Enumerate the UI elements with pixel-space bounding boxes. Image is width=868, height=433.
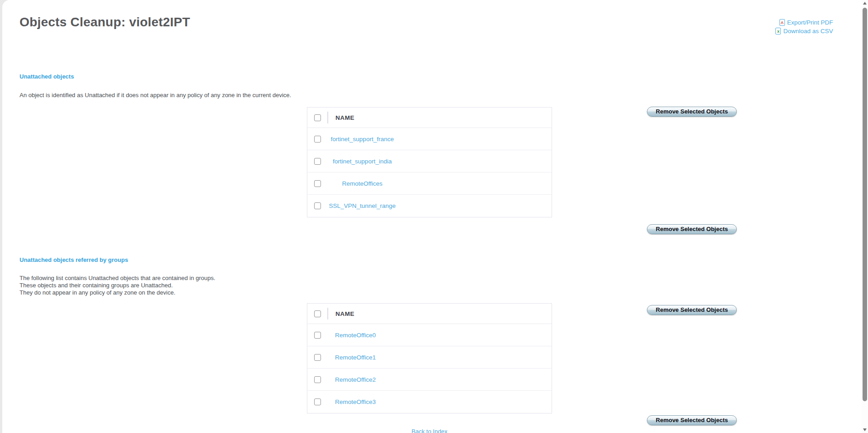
row-checkbox[interactable] [314,158,321,165]
select-all-checkbox[interactable] [314,310,321,317]
footer: Back to Index [307,427,552,433]
table-row: SSL_VPN_tunnel_range [307,195,552,217]
row-checkbox-cell [307,399,327,405]
object-name-cell: SSL_VPN_tunnel_range [327,202,552,209]
remove-selected-objects-button[interactable]: Remove Selected Objects [647,415,737,425]
name-header-cell: NAME [328,310,552,317]
export-links: A Export/Print PDF x Download as CSV [775,18,833,35]
section-description: An object is identified as Unattached if… [20,92,291,99]
select-all-checkbox[interactable] [314,114,321,121]
table-row: RemoteOffice0 [307,324,552,346]
table-row: fortinet_support_france [307,128,552,150]
object-link[interactable]: RemoteOffices [327,180,397,187]
object-name-cell: RemoteOffice3 [327,399,552,405]
object-link[interactable]: fortinet_support_india [327,158,397,165]
table-header-row: NAME [307,304,552,324]
row-checkbox[interactable] [314,202,321,209]
object-link[interactable]: RemoteOffice3 [335,399,376,405]
object-link[interactable]: RemoteOffice0 [335,332,376,339]
vertical-scrollbar[interactable] [862,0,868,433]
row-checkbox-cell [307,354,327,361]
section-description-line: They do not appear in any policy of any … [20,289,175,296]
row-checkbox-cell [307,180,327,187]
row-checkbox-cell [307,332,327,339]
row-checkbox-cell [307,376,327,383]
row-checkbox[interactable] [314,332,321,339]
row-checkbox[interactable] [314,354,321,361]
pdf-file-icon: A [779,19,785,26]
row-checkbox-cell [307,136,327,143]
select-all-cell [307,310,327,317]
section-heading-unattached-objects: Unattached objects [20,73,74,80]
object-link[interactable]: fortinet_support_france [327,136,397,143]
section-heading-unattached-referred-by-groups: Unattached objects referred by groups [20,256,128,264]
table-row: RemoteOffice1 [307,346,552,369]
section-description-line: These objects and their containing group… [20,282,173,289]
object-link[interactable]: RemoteOffice1 [335,354,376,361]
unattached-objects-table: NAME fortinet_support_francefortinet_sup… [307,107,552,217]
row-checkbox-cell [307,158,327,165]
remove-selected-objects-button[interactable]: Remove Selected Objects [647,107,737,117]
object-name-cell: RemoteOffice2 [327,376,552,383]
select-all-cell [307,114,327,121]
table-row: RemoteOffice2 [307,369,552,391]
object-name-cell: fortinet_support_india [327,158,552,165]
scroll-down-arrow-icon[interactable] [862,426,868,433]
name-column-header: NAME [335,310,355,317]
object-link[interactable]: RemoteOffice2 [335,376,376,383]
scroll-up-arrow-icon[interactable] [862,0,868,7]
back-to-index-link[interactable]: Back to Index [412,428,448,433]
export-print-pdf-label: Export/Print PDF [787,18,833,27]
table-row: RemoteOffice3 [307,391,552,413]
table-row: RemoteOffices [307,172,552,195]
download-csv-link[interactable]: x Download as CSV [775,27,833,35]
export-print-pdf-link[interactable]: A Export/Print PDF [775,18,833,27]
row-checkbox[interactable] [314,136,321,143]
row-checkbox[interactable] [314,399,321,405]
object-name-cell: fortinet_support_france [327,136,552,143]
object-link[interactable]: SSL_VPN_tunnel_range [327,202,397,209]
row-checkbox[interactable] [314,180,321,187]
table-header-row: NAME [307,108,552,128]
object-name-cell: RemoteOffices [327,180,552,187]
remove-selected-objects-button[interactable]: Remove Selected Objects [647,305,737,315]
section-description-line: The following list contains Unattached o… [20,275,215,282]
row-checkbox[interactable] [314,376,321,383]
csv-file-icon: x [775,28,781,34]
row-checkbox-cell [307,202,327,209]
name-header-cell: NAME [328,114,552,121]
unattached-referred-by-groups-table: NAME RemoteOffice0RemoteOffice1RemoteOff… [307,303,552,413]
download-csv-label: Download as CSV [783,27,833,35]
remove-selected-objects-button[interactable]: Remove Selected Objects [647,224,737,234]
object-name-cell: RemoteOffice0 [327,332,552,339]
scrollbar-thumb[interactable] [863,8,867,401]
object-name-cell: RemoteOffice1 [327,354,552,361]
page-title: Objects Cleanup: violet2IPT [20,15,190,30]
table-row: fortinet_support_india [307,150,552,172]
name-column-header: NAME [335,114,355,121]
